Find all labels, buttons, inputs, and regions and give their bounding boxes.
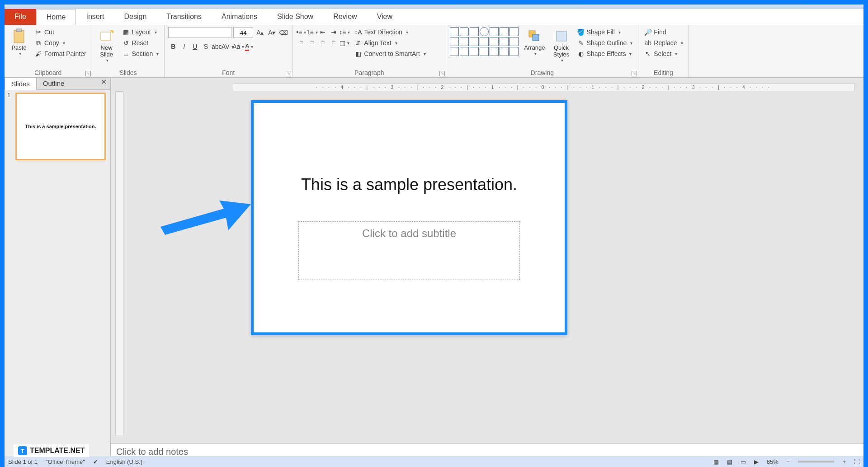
arrange-icon xyxy=(526,28,542,44)
new-slide-button[interactable]: New Slide xyxy=(96,27,118,64)
pane-tab-outline[interactable]: Outline xyxy=(37,78,71,89)
text-direction-label: Text Direction xyxy=(364,28,402,36)
zoom-slider[interactable] xyxy=(798,461,834,462)
slide-title-text[interactable]: This is a sample presentation. xyxy=(272,175,547,194)
paste-label: Paste xyxy=(11,44,26,51)
find-button[interactable]: 🔎Find xyxy=(642,27,684,37)
tab-file[interactable]: File xyxy=(5,9,36,25)
thumb-preview: This is a sample presentation. xyxy=(15,93,106,160)
font-size-input[interactable] xyxy=(233,27,253,38)
slide-subtitle-placeholder[interactable]: Click to add subtitle xyxy=(298,221,520,280)
decrease-indent-button[interactable]: ⇤ xyxy=(318,27,328,37)
status-bar: Slide 1 of 1 "Office Theme" ✔ English (U… xyxy=(5,456,863,467)
pane-tab-slides[interactable]: Slides xyxy=(5,78,37,90)
drawing-dialog-launcher[interactable]: ↘ xyxy=(632,71,637,76)
fit-to-window-button[interactable]: ⛶ xyxy=(854,458,860,465)
shape-fill-button[interactable]: 🪣Shape Fill xyxy=(575,27,635,37)
format-painter-button[interactable]: 🖌Format Painter xyxy=(33,49,88,59)
align-center-button[interactable]: ≡ xyxy=(307,38,317,48)
section-button[interactable]: ≣Section xyxy=(120,49,161,59)
status-spellcheck-icon[interactable]: ✔ xyxy=(93,458,98,465)
view-reading-button[interactable]: ▭ xyxy=(741,458,746,465)
strike-button[interactable]: S xyxy=(201,42,211,51)
zoom-level[interactable]: 65% xyxy=(767,458,778,465)
group-paragraph-label: Paragraph xyxy=(296,68,442,76)
clipboard-dialog-launcher[interactable]: ↘ xyxy=(85,71,91,76)
tab-review[interactable]: Review xyxy=(323,9,367,25)
pen-icon: ✎ xyxy=(577,39,585,47)
group-slides: New Slide ▦Layout ↺Reset ≣Section Slides xyxy=(92,25,165,77)
slide-thumbnail-1[interactable]: 1 This is a sample presentation. xyxy=(5,90,110,163)
new-slide-label: New Slide xyxy=(100,44,113,58)
reset-button[interactable]: ↺Reset xyxy=(120,38,161,48)
columns-button[interactable]: ▥ xyxy=(340,38,349,48)
tab-transitions[interactable]: Transitions xyxy=(156,9,212,25)
underline-button[interactable]: U xyxy=(190,42,200,51)
grow-font-button[interactable]: A▴ xyxy=(255,28,265,37)
align-left-button[interactable]: ≡ xyxy=(296,38,306,48)
slide-editor[interactable]: This is a sample presentation. Click to … xyxy=(251,100,567,335)
zoom-out-button[interactable]: − xyxy=(787,458,790,465)
tab-home[interactable]: Home xyxy=(36,9,76,25)
char-spacing-button[interactable]: AV xyxy=(222,42,232,51)
svg-rect-6 xyxy=(557,31,566,41)
convert-smartart-button[interactable]: ◧Convert to SmartArt xyxy=(352,49,428,59)
align-right-button[interactable]: ≡ xyxy=(318,38,328,48)
line-spacing-button[interactable]: ↕≡ xyxy=(340,27,349,37)
copy-button[interactable]: ⧉Copy xyxy=(33,38,88,48)
arrange-button[interactable]: Arrange xyxy=(521,27,547,57)
change-case-button[interactable]: Aa xyxy=(233,42,243,51)
align-text-icon: ⇵ xyxy=(354,39,362,47)
layout-icon: ▦ xyxy=(122,28,130,36)
italic-button[interactable]: I xyxy=(179,42,189,51)
view-sorter-button[interactable]: ▤ xyxy=(727,458,732,465)
font-dialog-launcher[interactable]: ↘ xyxy=(286,71,291,76)
reset-icon: ↺ xyxy=(122,39,130,47)
paragraph-dialog-launcher[interactable]: ↘ xyxy=(439,71,445,76)
replace-button[interactable]: abReplace xyxy=(642,38,684,48)
group-drawing-label: Drawing xyxy=(450,68,634,76)
view-normal-button[interactable]: ▦ xyxy=(713,458,719,465)
font-color-button[interactable]: A xyxy=(244,42,254,51)
zoom-in-button[interactable]: + xyxy=(842,458,846,465)
quick-styles-button[interactable]: Quick Styles xyxy=(551,27,572,64)
shadow-button[interactable]: abc xyxy=(212,42,222,51)
shapes-gallery[interactable] xyxy=(450,27,519,56)
template-logo-icon: T xyxy=(18,446,27,455)
font-name-input[interactable] xyxy=(168,27,231,38)
bullets-button[interactable]: •≡ xyxy=(296,27,306,37)
select-button[interactable]: ↖Select xyxy=(642,49,684,59)
paste-button[interactable]: Paste xyxy=(8,27,30,57)
tab-animations[interactable]: Animations xyxy=(212,9,267,25)
tab-view[interactable]: View xyxy=(367,9,402,25)
group-clipboard: Paste ✂Cut ⧉Copy 🖌Format Painter Clipboa… xyxy=(5,25,92,77)
ruler-horizontal: · · · · 4 · · · | · · · 3 · · · | · · · … xyxy=(233,83,854,91)
align-text-button[interactable]: ⇵Align Text xyxy=(352,38,428,48)
tab-insert[interactable]: Insert xyxy=(76,9,114,25)
svg-marker-7 xyxy=(160,201,251,235)
copy-icon: ⧉ xyxy=(34,39,42,47)
justify-button[interactable]: ≡ xyxy=(329,38,339,48)
arrange-label: Arrange xyxy=(524,44,545,51)
shape-effects-label: Shape Effects xyxy=(587,50,626,57)
tab-design[interactable]: Design xyxy=(114,9,156,25)
increase-indent-button[interactable]: ⇥ xyxy=(329,27,339,37)
group-editing-label: Editing xyxy=(642,68,684,76)
shape-outline-button[interactable]: ✎Shape Outline xyxy=(575,38,635,48)
cut-button[interactable]: ✂Cut xyxy=(33,27,88,37)
template-net-label: TEMPLATE.NET xyxy=(30,447,85,455)
shape-effects-button[interactable]: ◐Shape Effects xyxy=(575,49,635,59)
pane-close-button[interactable]: ✕ xyxy=(97,78,110,89)
bold-button[interactable]: B xyxy=(168,42,178,51)
tab-slideshow[interactable]: Slide Show xyxy=(267,9,323,25)
clear-format-button[interactable]: ⌫ xyxy=(278,28,288,37)
text-direction-button[interactable]: ↕AText Direction xyxy=(352,27,428,37)
section-icon: ≣ xyxy=(122,50,130,58)
status-language[interactable]: English (U.S.) xyxy=(106,458,142,465)
layout-button[interactable]: ▦Layout xyxy=(120,27,161,37)
shrink-font-button[interactable]: A▾ xyxy=(267,28,277,37)
replace-label: Replace xyxy=(654,39,677,47)
numbering-button[interactable]: 1≡ xyxy=(307,27,317,37)
view-slideshow-button[interactable]: ▶ xyxy=(754,458,759,465)
convert-smartart-label: Convert to SmartArt xyxy=(364,50,420,57)
